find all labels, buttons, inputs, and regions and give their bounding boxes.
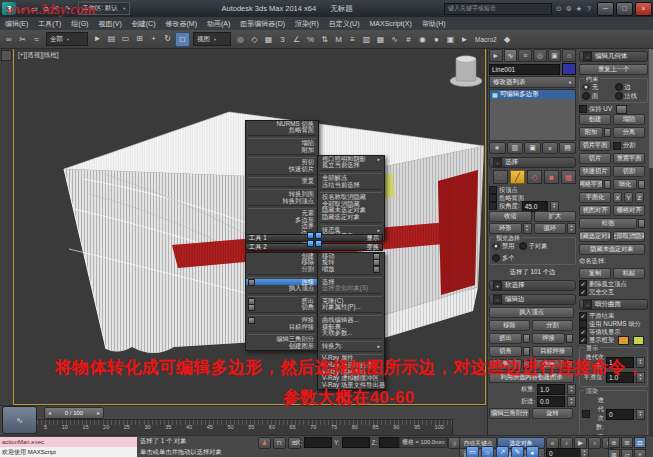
vertex-subobject-icon[interactable]: ∴ xyxy=(493,170,508,184)
button[interactable]: 环形 xyxy=(489,223,522,234)
mirror-icon[interactable]: M xyxy=(332,33,345,46)
window-crossing-icon[interactable]: ⊞ xyxy=(133,32,146,45)
selection-filter-dropdown[interactable]: 全部▼ xyxy=(46,32,88,46)
spinner[interactable] xyxy=(523,223,532,234)
button[interactable]: 收缩 xyxy=(489,211,532,222)
zoom-region-icon[interactable]: ▱ xyxy=(621,449,633,457)
quad-menu-item[interactable]: 转换为: xyxy=(318,343,384,350)
snap-toggle-3d-icon[interactable]: 3 xyxy=(276,33,289,46)
zoom-extents-icon[interactable]: ⊡ xyxy=(634,437,646,448)
angle-field[interactable]: 45.0 xyxy=(522,201,548,212)
select-and-move-icon[interactable]: + xyxy=(147,32,160,45)
spinner[interactable] xyxy=(550,201,559,212)
stack-item[interactable]: ▦可编辑多边形 xyxy=(490,90,575,99)
settings-box-icon[interactable] xyxy=(616,105,627,114)
y-coordinate-field[interactable] xyxy=(342,437,370,448)
angle-snap-icon[interactable]: ∠ xyxy=(290,33,303,46)
edit-geometry-rollout-header[interactable]: -编辑几何体 xyxy=(579,51,648,62)
modify-tab[interactable]: ∿ xyxy=(504,49,518,62)
quad-menu-item[interactable]: 对象属性(P)... xyxy=(318,305,384,312)
button[interactable]: 分割 xyxy=(613,140,645,151)
next-frame-arrow-icon[interactable]: ► xyxy=(96,410,101,416)
button[interactable]: 编辑三角剖分 xyxy=(489,408,530,419)
prev-frame-arrow-icon[interactable]: ◄ xyxy=(47,410,52,416)
menu-item[interactable]: 渲染(R) xyxy=(290,19,324,29)
button[interactable]: 循环 xyxy=(534,223,567,234)
schematic-view-icon[interactable]: # xyxy=(402,33,415,46)
quad-menu-item[interactable]: 孤立当前选择 xyxy=(318,163,384,170)
unlink-selection-icon[interactable]: ✂ xyxy=(16,33,29,46)
configure-modifier-sets-icon[interactable]: ▤ xyxy=(559,142,576,154)
search-icon[interactable]: ⊙ xyxy=(554,4,564,14)
button[interactable]: 平面化 xyxy=(579,192,611,203)
menu-item[interactable]: 帮助(H) xyxy=(417,19,451,29)
button[interactable]: 塌陷 xyxy=(613,114,645,125)
button[interactable]: 分割 xyxy=(532,320,573,331)
polygon-subobject-icon[interactable]: ■ xyxy=(544,170,559,184)
menu-item[interactable]: 工具(T) xyxy=(33,19,66,29)
x-coordinate-field[interactable] xyxy=(304,437,332,448)
quad-menu-item[interactable]: 缩放 xyxy=(318,266,384,273)
quad-menu-item[interactable]: 冻结当前选择 xyxy=(318,182,384,189)
pin-stack-icon[interactable]: ∗ xyxy=(489,142,506,154)
more-tools-icon[interactable]: ● xyxy=(526,446,539,457)
subdivision-rollout-header[interactable]: -细分曲面 xyxy=(579,299,648,310)
zoom-extents-all-icon[interactable]: ⊠ xyxy=(608,449,620,457)
quad-menu-item[interactable]: 转换到顶点 xyxy=(246,198,318,205)
quad-menu-item[interactable]: 目标焊接 xyxy=(246,324,318,331)
quad-menu-item[interactable]: 忽略背面 xyxy=(246,128,318,135)
button[interactable]: 全部取消隐藏 xyxy=(613,231,645,242)
quad-center-squares[interactable] xyxy=(307,232,324,251)
button[interactable]: 切片 xyxy=(579,153,611,164)
display-tab[interactable]: ▣ xyxy=(548,49,562,62)
by-angle-checkbox[interactable]: 按角度: 45.0 xyxy=(489,202,576,210)
radio-option[interactable]: 法线 xyxy=(615,92,646,100)
soft-selection-rollout-header[interactable]: +软选择 xyxy=(489,280,576,291)
radio-option[interactable]: 无 xyxy=(582,83,613,91)
button[interactable]: 网格平滑 xyxy=(579,179,611,190)
make-unique-icon[interactable]: ▣ xyxy=(524,142,541,154)
spinner[interactable] xyxy=(567,223,576,234)
quad-menu-item[interactable]: 插入顶点 xyxy=(246,285,318,292)
button[interactable]: 切割 xyxy=(613,166,645,177)
quad-menu-item[interactable]: 创建图形 xyxy=(246,343,318,350)
menu-item[interactable]: 动画(A) xyxy=(202,19,235,29)
menu-item[interactable]: 自定义(U) xyxy=(324,19,365,29)
pencil-tool-icon[interactable]: ✎ xyxy=(511,446,524,457)
button[interactable]: 细化 xyxy=(613,179,645,190)
utilities-tab[interactable]: ⌂ xyxy=(562,49,576,62)
button[interactable]: 扩大 xyxy=(534,211,577,222)
spinner-snap-icon[interactable]: ⇅ xyxy=(318,33,331,46)
quad-menu-item[interactable]: 隐藏选定对象 xyxy=(318,214,384,221)
quad-menu-item[interactable]: 边界 xyxy=(246,224,318,231)
radio-option[interactable]: 多个 xyxy=(492,254,515,262)
menu-item[interactable]: MAXScript(X) xyxy=(364,20,416,27)
button[interactable]: 视图对齐 xyxy=(579,205,611,216)
button[interactable]: 隐藏未选定对象 xyxy=(579,244,645,255)
quad-menu-item[interactable]: 重复 xyxy=(246,179,318,186)
menu-item[interactable]: 视图(V) xyxy=(93,19,126,29)
menu-item[interactable]: 组(G) xyxy=(66,19,93,29)
quad-menu-item[interactable]: 选择类似对象(S) xyxy=(318,285,384,292)
maximize-button[interactable]: □ xyxy=(616,2,633,16)
maxscript-listener-line[interactable]: 欢迎使用 MAXScript xyxy=(0,447,137,457)
arrow-tool-icon[interactable]: ↗ xyxy=(496,446,509,457)
radio-option[interactable]: 边 xyxy=(615,83,646,91)
menu-item[interactable]: 修改器(M) xyxy=(160,19,202,29)
viewport-label[interactable]: [+][透视][线框] xyxy=(18,51,59,60)
button[interactable]: X xyxy=(613,192,622,203)
button[interactable]: 复制 xyxy=(579,268,611,279)
radio-option[interactable]: 子对象 xyxy=(519,242,548,250)
viewport-layout-tab[interactable] xyxy=(1,50,12,61)
close-button[interactable]: × xyxy=(635,2,652,16)
select-by-name-icon[interactable]: ▤ xyxy=(105,32,118,45)
quad-menu-item[interactable]: 分割 xyxy=(246,266,318,273)
button[interactable]: 旋转 xyxy=(532,408,573,419)
quad-menu-item[interactable]: 关联参数... xyxy=(318,330,384,337)
favorites-icon[interactable]: ★ xyxy=(574,4,584,14)
help-icon[interactable]: ? xyxy=(584,4,594,14)
button[interactable]: 插入顶点 xyxy=(489,307,574,318)
cage-color-swatch[interactable] xyxy=(618,336,629,345)
button[interactable]: 切片平面 xyxy=(579,140,611,151)
modifier-list-dropdown[interactable]: 修改器列表▼ xyxy=(489,76,576,88)
